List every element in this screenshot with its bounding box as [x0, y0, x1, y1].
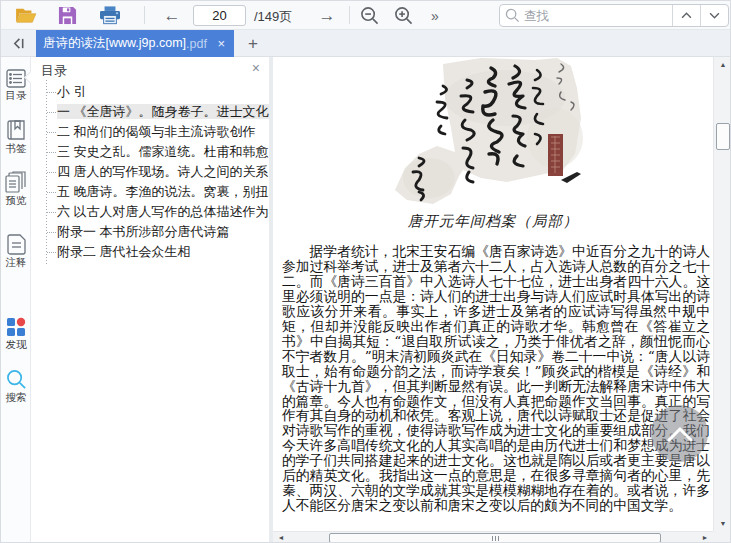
- toc-panel-title: 目录: [41, 63, 67, 78]
- toolbar-separator: [349, 6, 350, 24]
- forward-arrow-icon: →: [319, 7, 336, 24]
- back-arrow-icon: ←: [164, 7, 181, 24]
- save-button[interactable]: [54, 3, 80, 28]
- toc-item[interactable]: 附录二 唐代社会众生相: [31, 242, 269, 262]
- zoom-in-icon: [394, 6, 413, 25]
- page-preview-icon: [5, 171, 27, 193]
- toc-item[interactable]: 四 唐人的写作现场。诗人之间的关系: [31, 162, 269, 182]
- toc-item[interactable]: 附录一 本书所涉部分唐代诗篇: [31, 222, 269, 242]
- toolbar-separator: [144, 6, 145, 24]
- scrollbar-corner: [713, 531, 731, 543]
- tab-title-extension: .pdf: [186, 37, 207, 51]
- sidebar-item-bookmarks[interactable]: 书签: [1, 120, 31, 156]
- scroll-left-button[interactable]: ◄: [274, 532, 288, 543]
- open-folder-icon: [15, 7, 37, 25]
- sidebar-label: 搜索: [1, 391, 31, 405]
- open-file-button[interactable]: [13, 3, 39, 28]
- find-next-button[interactable]: [700, 5, 728, 26]
- chevron-down-icon: [709, 12, 720, 19]
- sidebar-label: 预览: [1, 194, 31, 208]
- bookmark-icon: [6, 120, 26, 141]
- figure-caption: 唐开元年间档案（局部）: [273, 212, 713, 231]
- zoom-out-button[interactable]: [356, 3, 382, 28]
- pdf-reader-window: ← /149页 → »: [0, 0, 731, 543]
- scroll-down-button[interactable]: ▼: [714, 516, 731, 531]
- horizontal-scrollbar-thumb[interactable]: [329, 533, 661, 543]
- discover-icon: [6, 317, 26, 337]
- navigation-sidebar: 目录 书签 预览 注释: [1, 57, 31, 543]
- search-icon: [505, 8, 520, 27]
- toc-item[interactable]: 六 以古人对唐人写作的总体描述作为不: [31, 202, 269, 222]
- horizontal-scrollbar[interactable]: ◄ ►: [273, 531, 713, 543]
- scroll-up-button[interactable]: ▲: [714, 57, 731, 72]
- toc-icon: [6, 69, 26, 88]
- toc-item[interactable]: 二 和尚们的偈颂与非主流诗歌创作: [31, 122, 269, 142]
- toc-item[interactable]: 小 引: [31, 82, 269, 102]
- toc-item[interactable]: 五 晚唐诗。李渔的说法。窝裏，别扭的: [31, 182, 269, 202]
- thumb-grip: [495, 536, 496, 541]
- chevron-up-icon: [667, 426, 693, 442]
- find-box: [499, 4, 729, 27]
- toc-tree: 小 引 一 《全唐诗》。随身卷子。进士文化 二 和尚们的偈颂与非主流诗歌创作 三…: [31, 82, 269, 262]
- zoom-in-button[interactable]: [390, 3, 416, 28]
- new-tab-button[interactable]: +: [241, 32, 265, 55]
- tab-document[interactable]: 唐诗的读法[www.j9p.com].pdf ×: [36, 30, 234, 57]
- find-input[interactable]: [524, 5, 672, 26]
- vertical-scrollbar[interactable]: ▲ ▼: [713, 57, 731, 531]
- tab-title: 唐诗的读法[www.j9p.com]: [43, 35, 186, 52]
- find-previous-button[interactable]: [672, 5, 700, 26]
- page-number-input[interactable]: [193, 5, 246, 26]
- tab-bar: 唐诗的读法[www.j9p.com].pdf × +: [1, 30, 731, 57]
- printer-icon: [100, 6, 120, 25]
- note-icon: [7, 234, 26, 255]
- double-chevron-icon: »: [431, 8, 439, 24]
- print-button[interactable]: [97, 3, 123, 28]
- toc-item-selected[interactable]: 一 《全唐诗》。随身卷子。进士文化: [31, 102, 269, 122]
- more-tools-button[interactable]: »: [422, 3, 448, 28]
- zoom-out-icon: [360, 6, 379, 25]
- previous-page-button[interactable]: ←: [159, 3, 185, 28]
- sidebar-item-thumbnails[interactable]: 预览: [1, 171, 31, 208]
- panel-close-icon[interactable]: ×: [252, 60, 260, 76]
- scroll-right-button[interactable]: ►: [698, 532, 712, 543]
- sidebar-item-discover[interactable]: 发现: [1, 317, 31, 352]
- page-count-label: /149页: [254, 8, 292, 26]
- search-icon: [6, 369, 27, 390]
- main-toolbar: ← /149页 → »: [1, 1, 731, 30]
- vertical-scrollbar-thumb[interactable]: [716, 123, 730, 150]
- sidebar-item-annotations[interactable]: 注释: [1, 234, 31, 270]
- back-to-top-button[interactable]: [651, 405, 708, 462]
- save-floppy-icon: [58, 6, 77, 25]
- sidebar-label: 注释: [1, 256, 31, 270]
- sidebar-label: 目录: [1, 89, 31, 103]
- body-paragraph: 据学者统计，北宋王安石编《唐百家诗选》中近百分之九十的诗人参加过科举考试，进士及…: [282, 244, 710, 513]
- toc-item[interactable]: 三 安史之乱。儒家道统。杜甫和韩愈: [31, 142, 269, 162]
- sidebar-label: 书签: [1, 142, 31, 156]
- chevron-up-icon: [681, 12, 692, 19]
- manuscript-image: [385, 58, 603, 206]
- document-page: 唐开元年间档案（局部） 据学者统计，北宋王安石编《唐百家诗选》中近百分之九十的诗…: [273, 57, 713, 531]
- next-page-button[interactable]: →: [314, 3, 340, 28]
- tab-close-icon[interactable]: ×: [215, 36, 227, 51]
- sidebar-label: 发现: [1, 338, 31, 352]
- chevron-left-bar-icon: [12, 37, 25, 50]
- tab-scroll-left-button[interactable]: [7, 33, 29, 54]
- sidebar-item-search[interactable]: 搜索: [1, 369, 31, 405]
- toc-panel-header: 目录 ×: [31, 57, 269, 80]
- toc-panel: 目录 × 小 引 一 《全唐诗》。随身卷子。进士文化 二 和尚们的偈颂与非主流诗…: [31, 57, 269, 543]
